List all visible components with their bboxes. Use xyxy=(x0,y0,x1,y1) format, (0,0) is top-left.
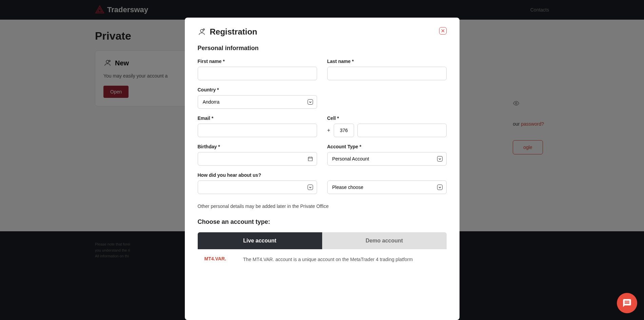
close-icon xyxy=(441,29,445,33)
registration-modal: Registration Personal information First … xyxy=(185,18,460,320)
first-name-input[interactable] xyxy=(198,67,317,80)
hear-about-us-label: How did you hear about us? xyxy=(198,172,317,178)
account-type-select[interactable] xyxy=(327,152,447,166)
close-button[interactable] xyxy=(439,27,447,35)
first-name-label: First name * xyxy=(198,59,317,64)
account-type-label: Account Type * xyxy=(327,144,447,149)
tab-demo-account[interactable]: Demo account xyxy=(322,232,447,249)
modal-title: Registration xyxy=(210,27,257,37)
personal-info-heading: Personal information xyxy=(198,45,447,52)
birthday-input[interactable] xyxy=(198,152,317,166)
personal-details-note: Other personal details may be added late… xyxy=(198,204,447,209)
account-type-heading: Choose an account type: xyxy=(198,218,447,226)
tab-live-account[interactable]: Live account xyxy=(198,232,322,249)
hear-about-us-select-2[interactable] xyxy=(327,180,447,194)
birthday-label: Birthday * xyxy=(198,144,317,149)
cell-plus-sign: + xyxy=(327,127,330,133)
svg-point-4 xyxy=(203,29,204,30)
last-name-input[interactable] xyxy=(327,67,447,80)
account-product-description: The MT4.VAR. account is a unique account… xyxy=(243,256,413,263)
country-select[interactable] xyxy=(198,95,317,109)
chat-icon xyxy=(622,298,632,308)
account-description: MT4.VAR. The MT4.VAR. account is a uniqu… xyxy=(198,249,447,270)
chat-widget-button[interactable] xyxy=(617,293,637,313)
cell-country-code-input[interactable] xyxy=(334,124,354,137)
spacer-label xyxy=(327,172,447,178)
svg-point-3 xyxy=(200,29,203,32)
cell-number-input[interactable] xyxy=(357,124,447,137)
country-label: Country * xyxy=(198,87,317,92)
account-product-name: MT4.VAR. xyxy=(204,256,226,263)
cell-label: Cell * xyxy=(327,115,447,121)
account-tabs: Live account Demo account xyxy=(198,232,447,249)
email-label: Email * xyxy=(198,115,317,121)
user-register-icon xyxy=(198,28,206,36)
email-input[interactable] xyxy=(198,124,317,137)
last-name-label: Last name * xyxy=(327,59,447,64)
hear-about-us-select-1[interactable] xyxy=(198,180,317,194)
